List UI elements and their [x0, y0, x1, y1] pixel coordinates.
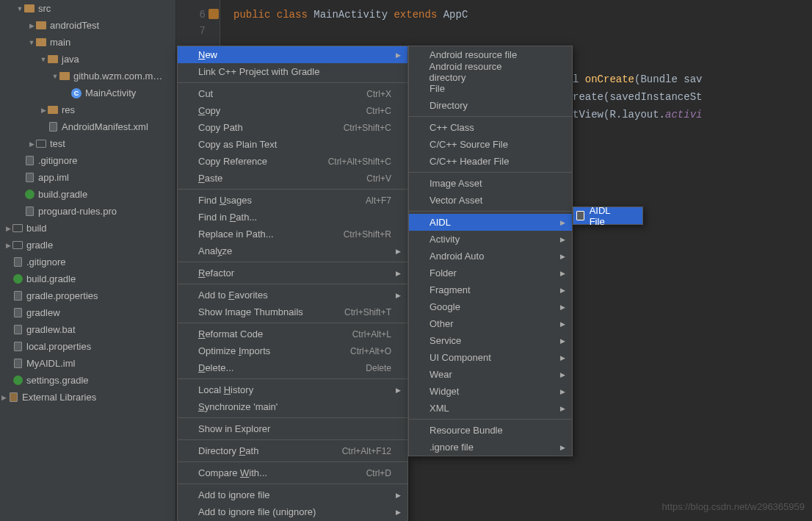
menu-item-label: Link C++ Project with Gradle — [198, 66, 396, 77]
file-icon — [47, 121, 59, 133]
menu-item[interactable]: Local History▶ — [178, 381, 407, 398]
menu-item[interactable]: Show in Explorer — [178, 420, 407, 437]
android-icon — [412, 251, 425, 262]
tree-item[interactable]: .gitignore — [0, 152, 175, 169]
tree-item-label: gradlew — [26, 307, 60, 318]
menu-item[interactable]: Add to ignore file (unignore)▶ — [178, 503, 407, 520]
tree-item[interactable]: app.iml — [0, 169, 175, 186]
menu-item[interactable]: Copy ReferenceCtrl+Alt+Shift+C — [178, 153, 407, 170]
menu-item[interactable]: Activity▶ — [409, 231, 572, 248]
disclosure-arrow[interactable]: ▶ — [4, 242, 12, 249]
tree-item[interactable]: ▼java — [0, 51, 175, 68]
menu-item[interactable]: Widget▶ — [409, 383, 572, 400]
tree-item[interactable]: proguard-rules.pro — [0, 203, 175, 220]
disclosure-arrow[interactable]: ▶ — [40, 107, 47, 114]
tree-item[interactable]: gradle.properties — [0, 287, 175, 304]
tree-item[interactable]: MyAIDL.iml — [0, 355, 175, 372]
menu-item[interactable]: CutCtrl+X — [178, 85, 407, 102]
submenu-arrow-icon: ▶ — [396, 387, 402, 394]
menu-item[interactable]: Image Asset — [409, 175, 572, 192]
disclosure-arrow[interactable]: ▼ — [51, 73, 59, 80]
menu-item[interactable]: Optimize ImportsCtrl+Alt+O — [178, 342, 407, 359]
menu-item[interactable]: Service▶ — [409, 332, 572, 349]
tree-item[interactable]: ▼src — [0, 0, 175, 17]
disclosure-arrow[interactable]: ▼ — [28, 39, 35, 46]
tree-item[interactable]: ▼github.wzm.com.m… — [0, 68, 175, 85]
menu-item-label: Android Auto — [429, 251, 560, 262]
menu-item[interactable]: File — [409, 80, 572, 97]
file-icon — [412, 49, 425, 61]
menu-item[interactable]: Add to ignore file▶ — [178, 486, 407, 503]
tree-item[interactable]: gradlew — [0, 304, 175, 321]
menu-item[interactable]: Android Auto▶ — [409, 248, 572, 265]
menu-item[interactable]: Other▶ — [409, 315, 572, 332]
menu-item[interactable]: Compare With...Ctrl+D — [178, 464, 407, 481]
menu-item[interactable]: Reformat CodeCtrl+Alt+L — [178, 326, 407, 342]
menu-item[interactable]: Show Image ThumbnailsCtrl+Shift+T — [178, 303, 407, 320]
tree-item-external-libraries[interactable]: ▶External Libraries — [0, 389, 175, 406]
disclosure-arrow[interactable]: ▼ — [16, 5, 23, 12]
menu-item[interactable]: New▶ — [178, 46, 407, 63]
menu-item[interactable]: XML▶ — [409, 400, 572, 417]
file-icon — [412, 83, 425, 95]
tree-item[interactable]: ▶gradle — [0, 237, 175, 254]
menu-item[interactable]: Replace in Path...Ctrl+Shift+R — [178, 226, 407, 242]
menu-item[interactable]: Link C++ Project with Gradle — [178, 63, 407, 80]
menu-item[interactable]: Synchronize 'main' — [178, 398, 407, 415]
tree-item-label: build.gradle — [26, 273, 76, 284]
menu-item-aidl-file[interactable]: AIDL File — [573, 207, 642, 224]
menu-item[interactable]: .ignore file▶ — [409, 439, 572, 456]
tree-item[interactable]: AndroidManifest.xml — [0, 118, 175, 135]
menu-item[interactable]: AIDL▶ — [409, 214, 572, 231]
disclosure-arrow[interactable]: ▶ — [28, 22, 35, 29]
menu-item[interactable]: Find in Path... — [178, 209, 407, 226]
android-icon — [412, 301, 425, 313]
gutter-icon — [209, 9, 219, 19]
disclosure-arrow[interactable]: ▼ — [40, 56, 47, 63]
menu-item[interactable]: Folder▶ — [409, 265, 572, 281]
menu-item[interactable]: CopyCtrl+C — [178, 102, 407, 119]
menu-item[interactable]: Analyze▶ — [178, 242, 407, 259]
tree-item[interactable]: ▶androidTest — [0, 17, 175, 34]
code-line: l onCreate(Bundle sav — [573, 73, 702, 85]
tree-item[interactable]: local.properties — [0, 338, 175, 355]
tree-item[interactable]: gradlew.bat — [0, 321, 175, 338]
menu-item[interactable]: UI Component▶ — [409, 349, 572, 366]
menu-item[interactable]: Vector Asset — [409, 192, 572, 209]
tree-item[interactable]: settings.gradle — [0, 372, 175, 389]
menu-item[interactable]: Directory PathCtrl+Alt+F12 — [178, 442, 407, 459]
submenu-arrow-icon: ▶ — [560, 219, 566, 226]
menu-item[interactable]: Delete...Delete — [178, 359, 407, 376]
menu-item[interactable]: Wear▶ — [409, 366, 572, 383]
tree-item[interactable]: ▼main — [0, 34, 175, 51]
disclosure-arrow[interactable]: ▶ — [4, 225, 12, 232]
menu-item[interactable]: C/C++ Header File — [409, 153, 572, 170]
menu-item[interactable]: Fragment▶ — [409, 281, 572, 298]
tree-item[interactable]: ▶test — [0, 135, 175, 152]
disclosure-arrow[interactable]: ▶ — [28, 140, 35, 148]
menu-item[interactable]: Find UsagesAlt+F7 — [178, 192, 407, 209]
tree-item[interactable]: .gitignore — [0, 254, 175, 270]
menu-item[interactable]: Directory — [409, 97, 572, 114]
menu-item[interactable]: Resource Bundle — [409, 422, 572, 439]
tree-item[interactable]: ▶res — [0, 101, 175, 118]
tree-item[interactable]: build.gradle — [0, 270, 175, 287]
tree-item[interactable]: ▶build — [0, 220, 175, 237]
menu-item-label: Vector Asset — [429, 195, 560, 206]
menu-item[interactable]: PasteCtrl+V — [178, 170, 407, 187]
menu-item[interactable]: Refactor▶ — [178, 265, 407, 281]
tree-item-label: settings.gradle — [26, 375, 89, 386]
android-icon — [412, 335, 425, 347]
tree-item-label: res — [62, 104, 75, 115]
menu-item[interactable]: C++ Class — [409, 119, 572, 136]
disclosure-arrow[interactable]: ▶ — [0, 394, 7, 401]
menu-item[interactable]: Google▶ — [409, 298, 572, 315]
menu-item[interactable]: C/C++ Source File — [409, 136, 572, 153]
menu-item[interactable]: Android resource directory — [409, 63, 572, 80]
menu-item[interactable]: Add to Favorites▶ — [178, 287, 407, 303]
tree-item[interactable]: CMainActivity — [0, 85, 175, 101]
menu-item-label: Image Asset — [429, 178, 560, 189]
menu-item[interactable]: Copy PathCtrl+Shift+C — [178, 119, 407, 136]
tree-item[interactable]: build.gradle — [0, 186, 175, 203]
menu-item[interactable]: Copy as Plain Text — [178, 136, 407, 153]
